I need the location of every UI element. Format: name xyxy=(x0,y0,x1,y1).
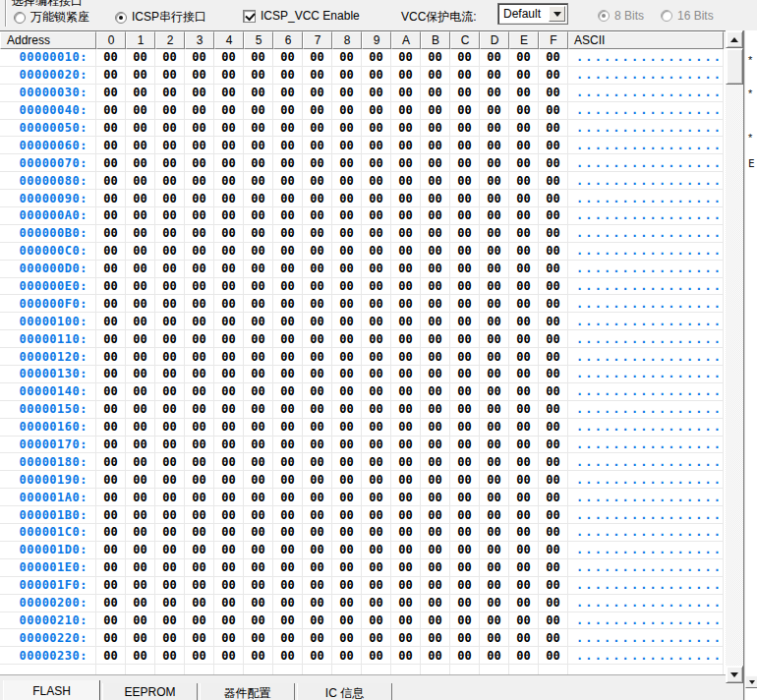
hex-byte-cell[interactable]: 00 xyxy=(155,207,185,225)
hex-byte-cell[interactable]: 00 xyxy=(273,629,303,647)
hex-byte-cell[interactable]: 00 xyxy=(539,471,568,489)
hex-byte-cell[interactable] xyxy=(96,665,126,674)
hex-byte-cell[interactable]: 00 xyxy=(480,542,509,559)
hex-byte-cell[interactable]: 00 xyxy=(480,489,509,506)
hex-byte-cell[interactable]: 00 xyxy=(244,419,273,437)
hex-byte-cell[interactable]: 00 xyxy=(155,559,185,577)
hex-byte-cell[interactable]: 00 xyxy=(480,629,509,647)
hex-byte-cell[interactable]: 00 xyxy=(362,154,391,172)
hex-byte-cell[interactable]: 00 xyxy=(421,542,450,559)
hex-byte-cell[interactable] xyxy=(480,665,509,674)
hex-byte-cell[interactable]: 00 xyxy=(155,506,185,524)
hex-byte-cell[interactable]: 00 xyxy=(155,154,185,172)
hex-byte-cell[interactable]: 00 xyxy=(480,261,509,278)
hex-byte-cell[interactable]: 00 xyxy=(214,225,244,243)
hex-byte-cell[interactable]: 00 xyxy=(155,190,185,207)
hex-byte-cell[interactable]: 00 xyxy=(539,278,568,296)
hex-byte-cell[interactable]: 00 xyxy=(450,542,480,559)
hex-byte-cell[interactable]: 00 xyxy=(509,506,539,524)
hex-byte-cell[interactable]: 00 xyxy=(96,471,126,489)
hex-byte-cell[interactable]: 00 xyxy=(273,172,303,190)
hex-byte-cell[interactable]: 00 xyxy=(362,489,391,506)
hex-byte-cell[interactable]: 00 xyxy=(450,295,480,313)
hex-byte-cell[interactable]: 00 xyxy=(450,313,480,330)
hex-byte-cell[interactable]: 00 xyxy=(185,559,214,577)
hex-byte-cell[interactable]: 00 xyxy=(539,295,568,313)
hex-byte-cell[interactable]: 00 xyxy=(480,295,509,313)
hex-byte-cell[interactable]: 00 xyxy=(96,383,126,401)
hex-byte-cell[interactable]: 00 xyxy=(273,225,303,243)
tab-flash[interactable]: FLASH xyxy=(3,680,100,700)
hex-byte-cell[interactable]: 00 xyxy=(214,85,244,102)
radio-universal-socket[interactable]: 万能锁紧座 xyxy=(14,9,89,26)
hex-byte-cell[interactable]: 00 xyxy=(332,524,362,542)
ascii-cell[interactable]: ................ xyxy=(568,120,724,138)
hex-byte-cell[interactable]: 00 xyxy=(332,542,362,559)
hex-byte-cell[interactable]: 00 xyxy=(273,190,303,207)
hex-byte-cell[interactable]: 00 xyxy=(303,154,332,172)
hex-byte-cell[interactable]: 00 xyxy=(332,383,362,401)
hex-byte-cell[interactable]: 00 xyxy=(126,67,155,85)
ascii-cell[interactable]: ................ xyxy=(568,506,724,524)
hex-byte-cell[interactable]: 00 xyxy=(214,102,244,120)
hex-byte-cell[interactable]: 00 xyxy=(303,453,332,471)
hex-byte-cell[interactable]: 00 xyxy=(273,577,303,595)
hex-byte-cell[interactable]: 00 xyxy=(273,243,303,261)
hex-byte-cell[interactable]: 00 xyxy=(155,102,185,120)
hex-byte-cell[interactable] xyxy=(539,665,568,674)
hex-byte-cell[interactable]: 00 xyxy=(332,419,362,437)
hex-byte-cell[interactable]: 00 xyxy=(155,401,185,419)
hex-byte-cell[interactable]: 00 xyxy=(244,489,273,506)
hex-byte-cell[interactable]: 00 xyxy=(509,489,539,506)
hex-byte-cell[interactable]: 00 xyxy=(332,647,362,665)
hex-byte-cell[interactable]: 00 xyxy=(509,85,539,102)
scroll-up-button[interactable] xyxy=(726,30,743,48)
hex-byte-cell[interactable]: 00 xyxy=(244,437,273,454)
hex-byte-cell[interactable]: 00 xyxy=(421,366,450,383)
hex-byte-cell[interactable] xyxy=(126,665,155,674)
hex-byte-cell[interactable]: 00 xyxy=(244,524,273,542)
hex-byte-cell[interactable]: 00 xyxy=(155,419,185,437)
hex-byte-cell[interactable]: 00 xyxy=(126,154,155,172)
hex-byte-cell[interactable]: 00 xyxy=(214,154,244,172)
hex-byte-cell[interactable]: 00 xyxy=(362,67,391,85)
hex-byte-cell[interactable]: 00 xyxy=(185,383,214,401)
hex-byte-cell[interactable]: 00 xyxy=(421,85,450,102)
hex-byte-cell[interactable]: 00 xyxy=(480,471,509,489)
hex-byte-cell[interactable]: 00 xyxy=(126,401,155,419)
hex-byte-cell[interactable]: 00 xyxy=(126,313,155,330)
hex-byte-cell[interactable]: 00 xyxy=(391,313,421,330)
hex-byte-cell[interactable]: 00 xyxy=(332,67,362,85)
hex-byte-cell[interactable]: 00 xyxy=(155,278,185,296)
hex-byte-cell[interactable]: 00 xyxy=(214,243,244,261)
hex-byte-cell[interactable]: 00 xyxy=(480,172,509,190)
hex-byte-cell[interactable]: 00 xyxy=(185,207,214,225)
hex-byte-cell[interactable]: 00 xyxy=(214,207,244,225)
hex-byte-cell[interactable]: 00 xyxy=(421,120,450,138)
hex-byte-cell[interactable]: 00 xyxy=(509,612,539,630)
hex-byte-cell[interactable]: 00 xyxy=(303,542,332,559)
hex-grid-scrollbar[interactable] xyxy=(726,30,743,683)
ascii-cell[interactable]: ................ xyxy=(568,542,724,559)
hex-byte-cell[interactable]: 00 xyxy=(362,225,391,243)
hex-byte-cell[interactable] xyxy=(450,665,480,674)
ascii-cell[interactable]: ................ xyxy=(568,154,724,172)
hex-byte-cell[interactable]: 00 xyxy=(421,471,450,489)
hex-byte-cell[interactable]: 00 xyxy=(244,243,273,261)
hex-byte-cell[interactable]: 00 xyxy=(362,207,391,225)
hex-byte-cell[interactable]: 00 xyxy=(96,542,126,559)
hex-byte-cell[interactable]: 00 xyxy=(155,313,185,330)
hex-byte-cell[interactable]: 00 xyxy=(362,471,391,489)
hex-byte-cell[interactable]: 00 xyxy=(273,471,303,489)
hex-byte-cell[interactable]: 00 xyxy=(509,419,539,437)
hex-byte-cell[interactable]: 00 xyxy=(155,120,185,138)
radio-icsp-serial[interactable]: ICSP串行接口 xyxy=(115,9,206,26)
hex-byte-cell[interactable]: 00 xyxy=(509,524,539,542)
hex-byte-cell[interactable]: 00 xyxy=(362,120,391,138)
hex-byte-cell[interactable]: 00 xyxy=(96,453,126,471)
hex-byte-cell[interactable]: 00 xyxy=(362,278,391,296)
hex-byte-cell[interactable]: 00 xyxy=(480,453,509,471)
hex-byte-cell[interactable]: 00 xyxy=(185,489,214,506)
hex-byte-cell[interactable]: 00 xyxy=(480,577,509,595)
hex-byte-cell[interactable]: 00 xyxy=(421,278,450,296)
